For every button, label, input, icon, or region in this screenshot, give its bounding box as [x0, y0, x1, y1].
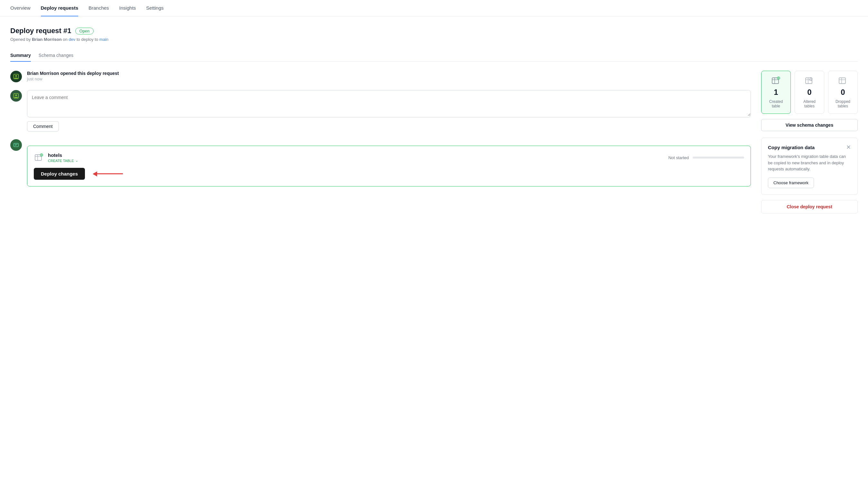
svg-point-1	[16, 75, 17, 77]
altered-table-icon	[805, 76, 814, 85]
created-label: Created table	[765, 99, 786, 108]
tab-schema-changes[interactable]: Schema changes	[39, 50, 73, 62]
progress-bar	[693, 157, 744, 159]
page-subtitle: Opened by Brian Morrison on dev to deplo…	[10, 37, 858, 42]
avatar-event	[10, 71, 22, 82]
altered-count: 0	[807, 88, 811, 97]
migration-description: Your framework's migration table data ca…	[768, 153, 851, 172]
dropped-label: Dropped tables	[832, 99, 854, 108]
create-table-icon	[34, 153, 43, 162]
table-name: hotels	[48, 152, 664, 158]
comment-box	[27, 90, 751, 117]
migration-header: Copy migration data ✕	[768, 145, 851, 150]
author-name: Brian Morrison	[32, 37, 61, 42]
status-badge: Open	[75, 28, 94, 34]
content-tabs: Summary Schema changes	[10, 50, 858, 62]
timeline-title: Brian Morrison opened this deploy reques…	[27, 71, 751, 76]
event-author: Brian Morrison opened this deploy reques…	[27, 71, 119, 76]
nav-insights[interactable]: Insights	[119, 0, 136, 17]
timeline-comment: Comment	[10, 90, 751, 131]
subtitle-mid2: to deploy to	[76, 37, 99, 42]
nav-overview[interactable]: Overview	[10, 0, 31, 17]
view-schema-button[interactable]: View schema changes	[761, 119, 858, 131]
arrow-head	[93, 171, 97, 177]
timeline-content-event: Brian Morrison opened this deploy reques…	[27, 71, 751, 82]
user-icon-2	[13, 93, 19, 99]
timeline-event: Brian Morrison opened this deploy reques…	[10, 71, 751, 82]
nav-bar: Overview Deploy requests Branches Insigh…	[0, 0, 868, 17]
migration-card: Copy migration data ✕ Your framework's m…	[761, 138, 858, 195]
subtitle-prefix: Opened by	[10, 37, 32, 42]
schema-cards: 1 Created table 0 Altered tables	[761, 71, 858, 114]
nav-branches[interactable]: Branches	[89, 0, 109, 17]
user-icon	[13, 74, 19, 79]
deploy-section-content: hotels CREATE TABLE ⌄ Not started	[27, 139, 751, 187]
created-table-icon	[772, 76, 780, 85]
svg-rect-4	[14, 143, 18, 147]
dropped-table-icon	[838, 76, 847, 85]
comment-button[interactable]: Comment	[27, 121, 59, 131]
table-icon-wrap	[34, 152, 44, 163]
table-info: hotels CREATE TABLE ⌄	[48, 152, 664, 163]
main-layout: Brian Morrison opened this deploy reques…	[10, 71, 858, 214]
left-column: Brian Morrison opened this deploy reques…	[10, 71, 751, 194]
choose-framework-button[interactable]: Choose framework	[768, 178, 814, 188]
dropped-count: 0	[841, 88, 845, 97]
tab-summary[interactable]: Summary	[10, 50, 31, 62]
right-column: 1 Created table 0 Altered tables	[761, 71, 858, 214]
nav-settings[interactable]: Settings	[146, 0, 163, 17]
altered-label: Altered tables	[799, 99, 820, 108]
schema-card-altered[interactable]: 0 Altered tables	[795, 71, 824, 114]
nav-deploy-requests[interactable]: Deploy requests	[41, 0, 79, 17]
close-migration-button[interactable]: ✕	[846, 145, 851, 150]
deploy-changes-button[interactable]: Deploy changes	[34, 168, 85, 180]
close-deploy-button[interactable]: Close deploy request	[761, 200, 858, 214]
avatar-comment	[10, 90, 22, 102]
comment-input[interactable]	[27, 90, 751, 116]
arrow-line	[97, 173, 123, 174]
avatar-deploy	[10, 139, 22, 151]
deploy-section: hotels CREATE TABLE ⌄ Not started	[27, 146, 751, 187]
subtitle-mid: on	[63, 37, 68, 42]
created-count: 1	[774, 88, 778, 97]
table-action[interactable]: CREATE TABLE ⌄	[48, 159, 664, 163]
schema-card-created[interactable]: 1 Created table	[761, 71, 791, 114]
svg-rect-20	[839, 78, 845, 84]
table-status: Not started	[668, 155, 689, 160]
branch-to-link[interactable]: main	[99, 37, 108, 42]
page-title: Deploy request #1	[10, 27, 71, 35]
deploy-table-row: hotels CREATE TABLE ⌄ Not started	[34, 152, 744, 163]
migration-title: Copy migration data	[768, 145, 815, 150]
timeline-deploy: hotels CREATE TABLE ⌄ Not started	[10, 139, 751, 187]
event-time: just now	[27, 76, 751, 82]
deploy-icon	[13, 142, 19, 148]
page-header: Deploy request #1 Open	[10, 27, 858, 35]
timeline-content-comment: Comment	[27, 90, 751, 131]
svg-point-3	[16, 95, 17, 96]
arrow-indicator	[93, 171, 123, 177]
deploy-row: Deploy changes	[34, 168, 744, 180]
schema-card-dropped[interactable]: 0 Dropped tables	[828, 71, 858, 114]
branch-from-link[interactable]: dev	[68, 37, 75, 42]
